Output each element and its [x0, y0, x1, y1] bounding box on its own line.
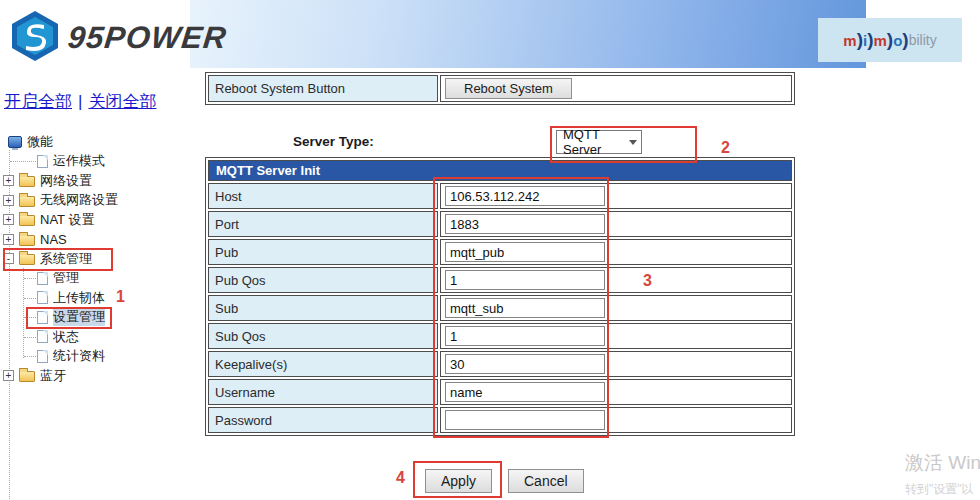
- server-type-label: Server Type:: [293, 134, 374, 149]
- cancel-button[interactable]: Cancel: [508, 469, 584, 493]
- keepalive-input[interactable]: [445, 354, 605, 374]
- document-icon: [37, 330, 48, 343]
- folder-icon: [19, 371, 35, 382]
- chevron-down-icon: [629, 140, 637, 145]
- mqtt-server-table: MQTT Server Init Host Port Pub Pub Qos S…: [205, 157, 795, 436]
- host-label: Host: [208, 183, 438, 209]
- annotation-number-1: 1: [116, 288, 125, 306]
- sidebar-item-status[interactable]: 状态: [0, 327, 200, 347]
- sidebar-item-label: 蓝牙: [40, 367, 66, 385]
- folder-icon: [19, 215, 35, 226]
- expand-icon[interactable]: +: [3, 214, 14, 225]
- sidebar-item-label: 状态: [53, 328, 79, 346]
- table-row: Username: [208, 379, 792, 405]
- sidebar-item-label: 网络设置: [40, 172, 92, 190]
- table-row: Host: [208, 183, 792, 209]
- reboot-table: Reboot System Button Reboot System: [205, 72, 795, 105]
- annotation-number-4: 4: [396, 469, 405, 487]
- document-icon: [37, 272, 48, 285]
- collapse-icon[interactable]: -: [3, 253, 14, 264]
- sub-label: Sub: [208, 295, 438, 321]
- sidebar-item-upload-firmware[interactable]: 上传韧体: [0, 288, 200, 308]
- mimo-part: o: [893, 32, 902, 49]
- annotation-number-2: 2: [721, 139, 730, 157]
- server-type-select[interactable]: MQTT Server: [556, 130, 642, 154]
- mqtt-table-header: MQTT Server Init: [208, 160, 792, 181]
- folder-icon: [19, 176, 35, 187]
- sub-input[interactable]: [445, 298, 605, 318]
- sidebar-item-label: 运作模式: [53, 152, 105, 170]
- sidebar-item-label: 设置管理: [53, 308, 105, 326]
- keepalive-label: Keepalive(s): [208, 351, 438, 377]
- sidebar-item-nas[interactable]: + NAS: [0, 230, 200, 250]
- windows-activation-watermark: 激活 Win 转到"设置"以: [905, 450, 980, 498]
- sidebar-item-network-settings[interactable]: + 网络设置: [0, 171, 200, 191]
- sidebar-item-label: 无线网路设置: [40, 191, 118, 209]
- expand-icon[interactable]: +: [3, 195, 14, 206]
- sidebar-item-wireless-settings[interactable]: + 无线网路设置: [0, 191, 200, 211]
- sidebar-item-label: 统计资料: [53, 347, 105, 365]
- watermark-line2: 转到"设置"以: [905, 481, 980, 498]
- watermark-line1: 激活 Win: [905, 450, 980, 476]
- table-row: Pub Qos: [208, 267, 792, 293]
- table-row: Sub: [208, 295, 792, 321]
- sidebar-item-settings-management[interactable]: 设置管理: [0, 308, 200, 328]
- sidebar-item-management[interactable]: 管理: [0, 269, 200, 289]
- sub-qos-input[interactable]: [445, 326, 605, 346]
- username-input[interactable]: [445, 382, 605, 402]
- sidebar-item-system-management[interactable]: - 系统管理: [0, 249, 200, 269]
- expand-all-link[interactable]: 开启全部: [4, 92, 72, 111]
- table-row: Port: [208, 211, 792, 237]
- brand-logo-icon: [8, 9, 62, 67]
- mimo-part: m: [843, 32, 856, 49]
- document-icon: [37, 155, 48, 168]
- reboot-row: Reboot System Button Reboot System: [208, 75, 792, 102]
- pub-label: Pub: [208, 239, 438, 265]
- password-input[interactable]: [445, 410, 605, 430]
- table-row: Password: [208, 407, 792, 433]
- brand-logo-text: 95POWER: [66, 20, 228, 56]
- pub-input[interactable]: [445, 242, 605, 262]
- folder-icon: [19, 196, 35, 207]
- expand-icon[interactable]: +: [3, 234, 14, 245]
- sidebar-item-weineng[interactable]: 微能: [0, 132, 200, 152]
- computer-icon: [8, 136, 22, 148]
- collapse-all-link[interactable]: 关闭全部: [88, 92, 156, 111]
- port-label: Port: [208, 211, 438, 237]
- sidebar-item-label: 系统管理: [40, 250, 92, 268]
- mimo-part: m: [873, 32, 886, 49]
- password-label: Password: [208, 407, 438, 433]
- pub-qos-input[interactable]: [445, 270, 605, 290]
- mimo-part: bility: [909, 32, 937, 48]
- open-folder-icon: [19, 254, 35, 265]
- tree-controls: 开启全部|关闭全部: [4, 90, 156, 113]
- port-input[interactable]: [445, 214, 605, 234]
- expand-icon[interactable]: +: [3, 370, 14, 381]
- document-icon: [37, 311, 48, 324]
- username-label: Username: [208, 379, 438, 405]
- table-row: Pub: [208, 239, 792, 265]
- mimobility-logo: m)i)m)o)bility: [818, 18, 962, 62]
- document-icon: [37, 291, 48, 304]
- server-type-value: MQTT Server: [563, 127, 629, 157]
- document-icon: [37, 350, 48, 363]
- link-separator: |: [78, 92, 82, 111]
- expand-icon[interactable]: +: [3, 175, 14, 186]
- table-row: Sub Qos: [208, 323, 792, 349]
- sidebar-item-label: NAT 设置: [40, 211, 94, 229]
- sidebar-item-label: 管理: [53, 269, 79, 287]
- sidebar-item-nat-settings[interactable]: + NAT 设置: [0, 210, 200, 230]
- sidebar-item-label: 微能: [27, 133, 53, 151]
- host-input[interactable]: [445, 186, 605, 206]
- sidebar-item-label: NAS: [40, 232, 67, 247]
- sidebar-item-operation-mode[interactable]: 运作模式: [0, 152, 200, 172]
- sidebar-tree: 微能 运作模式 + 网络设置 + 无线网路设置 + NAT 设置 + NAS -…: [0, 132, 200, 386]
- brand-logo: 95POWER: [8, 10, 227, 66]
- sidebar-item-statistics[interactable]: 统计资料: [0, 347, 200, 367]
- reboot-label: Reboot System Button: [208, 75, 438, 102]
- pub-qos-label: Pub Qos: [208, 267, 438, 293]
- table-row: Keepalive(s): [208, 351, 792, 377]
- apply-button[interactable]: Apply: [425, 469, 492, 493]
- sidebar-item-bluetooth[interactable]: + 蓝牙: [0, 366, 200, 386]
- reboot-system-button[interactable]: Reboot System: [445, 78, 572, 99]
